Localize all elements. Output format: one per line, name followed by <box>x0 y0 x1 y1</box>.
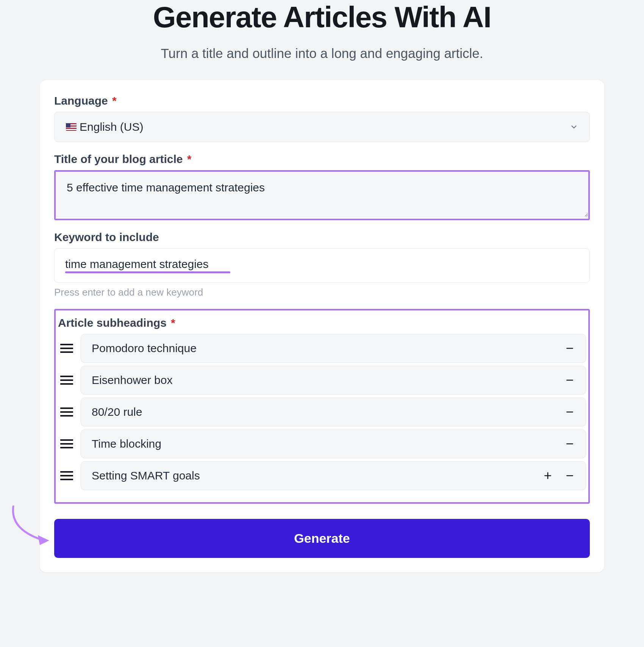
remove-subheading-icon[interactable] <box>564 470 575 481</box>
subheading-actions <box>564 407 575 417</box>
subheading-row: Setting SMART goals <box>56 461 588 490</box>
drag-handle-icon[interactable] <box>60 374 73 387</box>
subheading-actions <box>564 439 575 449</box>
keyword-input[interactable]: time management strategies <box>54 248 590 283</box>
subheading-input[interactable]: 80/20 rule <box>81 398 586 426</box>
subheading-input[interactable]: Eisenhower box <box>81 366 586 395</box>
language-label: Language * <box>54 94 590 107</box>
remove-subheading-icon[interactable] <box>564 407 575 417</box>
required-indicator: * <box>171 316 175 329</box>
title-label-text: Title of your blog article <box>54 153 183 165</box>
subheading-text: 80/20 rule <box>92 406 564 418</box>
title-highlight-box <box>54 170 590 220</box>
chevron-down-icon <box>570 123 578 131</box>
remove-subheading-icon[interactable] <box>564 439 575 449</box>
language-select[interactable]: English (US) <box>54 112 590 142</box>
keyword-label: Keyword to include <box>54 231 590 244</box>
add-subheading-icon[interactable] <box>542 470 553 481</box>
remove-subheading-icon[interactable] <box>564 375 575 385</box>
subheading-actions <box>542 470 575 481</box>
drag-handle-icon[interactable] <box>60 469 73 482</box>
page-subtitle: Turn a title and outline into a long and… <box>0 46 644 61</box>
subheading-text: Pomodoro technique <box>92 342 564 355</box>
keyword-helper: Press enter to add a new keyword <box>54 287 590 298</box>
subheading-row: 80/20 rule <box>56 398 588 426</box>
generate-button[interactable]: Generate <box>54 519 590 558</box>
language-label-text: Language <box>54 94 108 107</box>
subheading-text: Eisenhower box <box>92 374 564 387</box>
subheading-input[interactable]: Pomodoro technique <box>81 334 586 363</box>
subheading-input[interactable]: Time blocking <box>81 429 586 458</box>
subheading-text: Time blocking <box>92 437 564 450</box>
arrow-annotation-icon <box>6 503 59 548</box>
subheading-row: Time blocking <box>56 429 588 458</box>
required-indicator: * <box>112 94 117 107</box>
subheading-input[interactable]: Setting SMART goals <box>81 461 586 490</box>
title-label: Title of your blog article * <box>54 153 590 166</box>
drag-handle-icon[interactable] <box>60 437 73 450</box>
subheadings-highlight-box: Article subheadings * Pomodoro technique… <box>54 309 590 504</box>
subheading-row: Pomodoro technique <box>56 334 588 363</box>
subheadings-label-text: Article subheadings <box>58 316 167 329</box>
drag-handle-icon[interactable] <box>60 406 73 418</box>
required-indicator: * <box>187 153 192 165</box>
language-value: English (US) <box>80 121 143 133</box>
page-title: Generate Articles With AI <box>0 0 644 34</box>
subheading-row: Eisenhower box <box>56 366 588 395</box>
title-textarea[interactable] <box>56 172 588 217</box>
flag-us-icon <box>66 123 77 131</box>
subheadings-label: Article subheadings * <box>56 316 588 334</box>
keyword-value: time management strategies <box>65 258 209 273</box>
remove-subheading-icon[interactable] <box>564 343 575 354</box>
subheading-text: Setting SMART goals <box>92 469 542 482</box>
subheading-actions <box>564 343 575 354</box>
subheading-actions <box>564 375 575 385</box>
form-card: Language * English (US) Title of your bl… <box>40 80 604 572</box>
drag-handle-icon[interactable] <box>60 342 73 355</box>
